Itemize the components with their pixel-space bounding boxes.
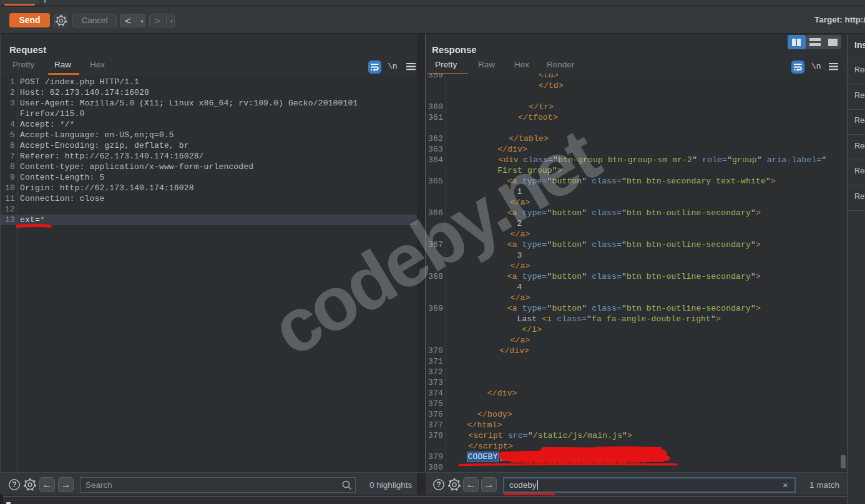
svg-text:?: ? bbox=[12, 480, 16, 489]
svg-text:?: ? bbox=[436, 480, 441, 489]
